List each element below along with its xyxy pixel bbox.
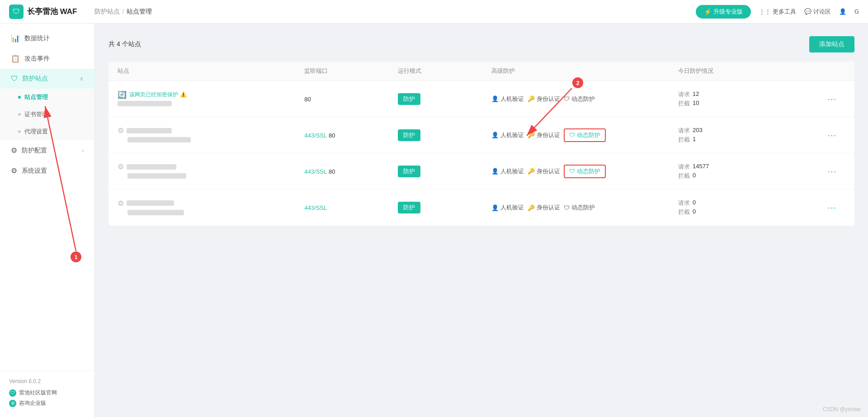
lang-switch[interactable]: G: [854, 8, 859, 15]
port-4: 443/SSL: [304, 204, 398, 211]
dynamic-icon-4: 🛡: [564, 204, 570, 211]
identity-icon-4: 🔑: [528, 204, 535, 211]
protect-sites-arrow: ∧: [80, 76, 84, 82]
identity-icon-2: 🔑: [528, 132, 535, 138]
advanced-protect-2: 👤 人机验证 🔑 身份认证 🛡 动态防护: [491, 128, 678, 142]
protect-badge-2: 防护: [398, 129, 420, 141]
site-name-3: ⚙: [118, 162, 304, 171]
protect-sites-icon: 🛡: [11, 75, 18, 83]
mode-4: 防护: [398, 202, 491, 213]
site-info-1: 🔄 该网页已经加密保护 ⚠️: [118, 90, 304, 108]
add-site-button[interactable]: 添加站点: [809, 36, 854, 52]
table-header: 站点 监听端口 运行模式 高级防护 今日防护情况: [108, 62, 854, 81]
sidebar-label-protect-config: 防护配置: [22, 147, 47, 155]
advanced-protect-1: 👤 人机验证 🔑 身份认证 🛡 动态防护: [491, 95, 678, 103]
watermark: CSDN @yimlee: [823, 406, 861, 412]
site-secure-label-1: 该网页已经加密保护 ⚠️: [129, 91, 187, 99]
upgrade-icon: ⚡: [704, 8, 712, 15]
user-menu[interactable]: 👤: [839, 8, 846, 15]
block-label-3: 拦截: [678, 172, 690, 180]
sidebar-item-data-stats[interactable]: 📊 数据统计: [0, 28, 94, 48]
sidebar-item-proxy-settings[interactable]: 代理设置: [0, 123, 94, 140]
site-status-icon-1: 🔄: [118, 90, 127, 99]
protect-config-icon: ⚙: [11, 146, 17, 155]
block-label-1: 拦截: [678, 100, 690, 108]
port-1: 80: [304, 95, 398, 103]
sidebar-item-cert-management[interactable]: 证书管理: [0, 106, 94, 123]
req-label-3: 请求: [678, 163, 690, 171]
more-button-3[interactable]: ⋯: [818, 166, 845, 177]
proxy-settings-dot: [18, 130, 21, 133]
sidebar-item-protect-sites[interactable]: 🛡 防护站点 ∧: [0, 69, 94, 89]
protect-badge-3: 防护: [398, 166, 420, 177]
more-button-1[interactable]: ⋯: [818, 94, 845, 104]
breadcrumb-current: 站点管理: [127, 8, 152, 16]
enterprise-label: 咨询企业版: [19, 399, 46, 407]
sidebar-item-attack-events[interactable]: 📋 攻击事件: [0, 48, 94, 69]
more-tools-label: 更多工具: [773, 8, 796, 16]
main-content: 共 4 个站点 添加站点 站点 监听端口 运行模式 高级防护 今日防护情况 🔄: [95, 24, 868, 417]
dynamic-icon-2: 🛡: [569, 132, 575, 138]
community-link[interactable]: 🛡 雷池社区版官网: [9, 389, 85, 397]
upgrade-button[interactable]: ⚡ 升级专业版: [696, 5, 751, 19]
port-80-2: 80: [329, 132, 335, 139]
domain-blur-1: [118, 101, 172, 106]
sidebar-item-site-management[interactable]: 站点管理: [0, 89, 94, 106]
sites-table: 站点 监听端口 运行模式 高级防护 今日防护情况 🔄 该网页已经加密保护 ⚠️: [108, 62, 854, 226]
protect-config-arrow: ›: [82, 147, 84, 154]
today-stats-1: 请求12 拦截10: [678, 90, 818, 108]
forum-icon: 💬: [804, 8, 811, 15]
dynamic-icon-3: 🛡: [569, 168, 575, 175]
req-num-3: 14577: [693, 163, 709, 171]
domain-blur-4a: [127, 200, 174, 206]
site-count: 共 4 个站点: [108, 40, 141, 48]
adv-human-4: 👤 人机验证: [491, 204, 524, 212]
adv-dynamic-4: 🛡 动态防护: [564, 204, 595, 212]
layout: 📊 数据统计 📋 攻击事件 🛡 防护站点 ∧ 站点管理 证书管理 代理设置: [0, 24, 868, 417]
sidebar-item-protect-config[interactable]: ⚙ 防护配置 ›: [0, 140, 94, 161]
protect-badge-4: 防护: [398, 202, 420, 213]
enterprise-icon: ⚙: [9, 400, 16, 407]
breadcrumb-parent[interactable]: 防护站点: [94, 8, 120, 16]
req-num-4: 0: [693, 199, 696, 207]
block-num-2: 1: [693, 136, 696, 144]
req-num-2: 203: [693, 127, 703, 135]
port-3: 443/SSL 80: [304, 168, 398, 175]
sidebar-label-system-settings: 系统设置: [22, 167, 47, 175]
block-label-4: 拦截: [678, 208, 690, 216]
more-button-4[interactable]: ⋯: [818, 202, 845, 213]
mode-1: 防护: [398, 93, 491, 105]
more-button-2[interactable]: ⋯: [818, 130, 845, 141]
adv-human-2: 👤 人机验证: [491, 131, 524, 139]
advanced-protect-3: 👤 人机验证 🔑 身份认证 🛡 动态防护: [491, 165, 678, 178]
col-site: 站点: [118, 67, 304, 75]
site-info-4: ⚙: [118, 199, 304, 217]
more-tools-link[interactable]: ⋮⋮ 更多工具: [759, 8, 796, 16]
sidebar-item-system-settings[interactable]: ⚙ 系统设置: [0, 161, 94, 181]
adv-identity-1: 🔑 身份认证: [528, 95, 560, 103]
cert-management-dot: [18, 113, 21, 116]
sidebar-label-attack-events: 攻击事件: [24, 55, 50, 63]
enterprise-link[interactable]: ⚙ 咨询企业版: [9, 399, 85, 407]
forum-link[interactable]: 💬 讨论区: [804, 8, 831, 16]
community-label: 雷池社区版官网: [19, 389, 57, 397]
system-settings-icon: ⚙: [11, 166, 17, 175]
port-ssl-4: 443/SSL: [304, 204, 327, 211]
sidebar-bottom: Version 6.0.2 🛡 雷池社区版官网 ⚙ 咨询企业版: [0, 370, 94, 417]
col-run-mode: 运行模式: [398, 67, 491, 75]
site-info-2: ⚙: [118, 126, 304, 144]
breadcrumb: 防护站点 / 站点管理: [94, 8, 152, 16]
adv-identity-3: 🔑 身份认证: [528, 167, 560, 175]
sidebar-label-protect-sites: 防护站点: [23, 75, 48, 83]
table-row: ⚙ 443/SSL 80 防护 👤 人机: [108, 153, 854, 190]
req-label-2: 请求: [678, 127, 690, 135]
col-advanced-protect: 高级防护: [491, 67, 678, 75]
table-row: 🔄 该网页已经加密保护 ⚠️ 80 防护: [108, 81, 854, 117]
site-status-icon-4: ⚙: [118, 199, 124, 208]
domain-blur-4b: [127, 210, 184, 215]
warning-icon-1: ⚠️: [180, 91, 187, 98]
human-icon-3: 👤: [491, 168, 499, 175]
port-2: 443/SSL 80: [304, 132, 398, 139]
mode-2: 防护: [398, 129, 491, 141]
site-name-1: 🔄 该网页已经加密保护 ⚠️: [118, 90, 304, 99]
